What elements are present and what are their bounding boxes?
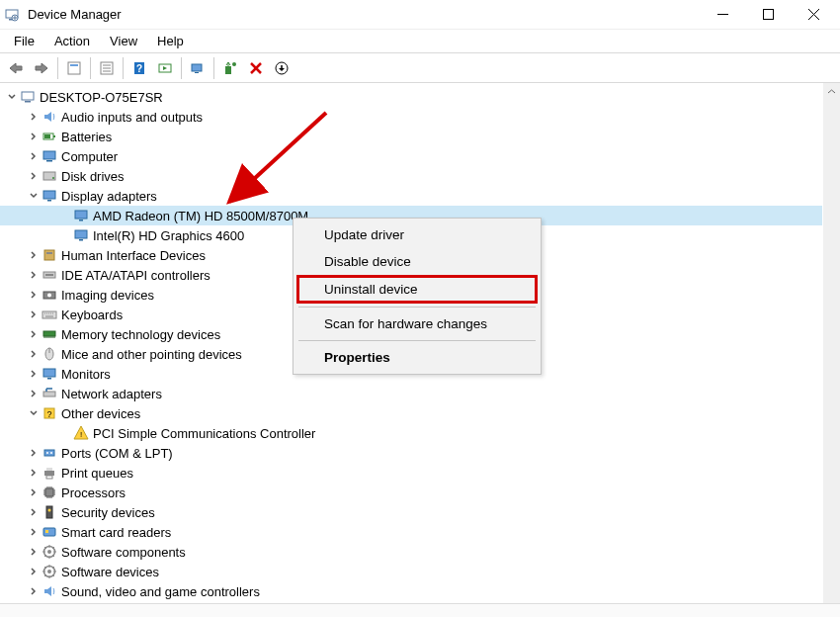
tree-root-label: DESKTOP-O75E7SR — [40, 90, 163, 105]
svg-text:?: ? — [46, 409, 51, 419]
tree-label: Print queues — [61, 466, 133, 481]
monitor-icon — [42, 366, 57, 382]
tree-category[interactable]: Software devices — [0, 562, 822, 581]
menu-view[interactable]: View — [100, 32, 147, 50]
svg-point-46 — [46, 452, 48, 454]
tree-category[interactable]: Computer — [0, 146, 822, 166]
context-separator — [298, 307, 536, 308]
tree-twisty-icon[interactable] — [28, 308, 40, 320]
svg-rect-5 — [70, 64, 78, 66]
imaging-icon — [42, 287, 57, 303]
tree-twisty-icon[interactable] — [28, 328, 40, 340]
tree-twisty-icon[interactable] — [28, 249, 40, 261]
tree-twisty-icon[interactable] — [28, 289, 40, 301]
tree-twisty-icon[interactable] — [28, 131, 40, 142]
port-icon — [42, 445, 57, 461]
tree-label: Human Interface Devices — [61, 248, 206, 263]
context-menu: Update driver Disable device Uninstall d… — [293, 218, 542, 375]
tree-twisty-icon[interactable] — [28, 388, 40, 399]
svg-rect-31 — [46, 252, 52, 254]
tree-device[interactable]: !PCI Simple Communications Controller — [0, 423, 822, 443]
update-driver-button[interactable] — [218, 56, 242, 80]
svg-rect-29 — [79, 239, 83, 241]
tree-twisty-icon[interactable] — [28, 585, 40, 597]
tree-label: Sound, video and game controllers — [61, 584, 260, 599]
context-update-driver[interactable]: Update driver — [296, 221, 538, 248]
svg-rect-41 — [43, 392, 55, 397]
network-icon — [42, 386, 57, 401]
tree-category[interactable]: Disk drives — [0, 166, 822, 186]
tree-twisty-icon[interactable] — [28, 526, 40, 538]
tree-category[interactable]: Processors — [0, 483, 822, 502]
tree-label: Mice and other pointing devices — [61, 347, 242, 362]
printer-icon — [42, 465, 57, 481]
tree-twisty-icon[interactable] — [28, 170, 40, 182]
tree-twisty-icon[interactable] — [28, 546, 40, 558]
tree-category[interactable]: Smart card readers — [0, 522, 822, 542]
tree-twisty-icon[interactable] — [28, 269, 40, 281]
tree-twisty-icon[interactable] — [28, 348, 40, 360]
context-properties[interactable]: Properties — [296, 344, 538, 371]
back-button[interactable] — [4, 56, 28, 80]
svg-rect-52 — [46, 506, 52, 518]
tree-twisty-icon[interactable] — [28, 150, 40, 162]
svg-point-23 — [52, 177, 54, 179]
help-button[interactable]: ? — [127, 56, 151, 80]
tree-category[interactable]: Display adapters — [0, 186, 822, 206]
tree-category[interactable]: Ports (COM & LPT) — [0, 443, 822, 463]
tree-category[interactable]: Batteries — [0, 127, 822, 146]
cpu-icon — [42, 485, 57, 500]
toolbar-separator — [57, 57, 58, 79]
context-disable-device[interactable]: Disable device — [296, 248, 538, 275]
svg-rect-4 — [68, 62, 80, 74]
svg-rect-20 — [43, 151, 55, 159]
tree-category[interactable]: ?Other devices — [0, 403, 822, 423]
uninstall-button[interactable] — [244, 56, 268, 80]
window-controls — [700, 0, 836, 30]
tree-category[interactable]: Security devices — [0, 502, 822, 522]
context-scan-hardware[interactable]: Scan for hardware changes — [296, 310, 538, 337]
tree-twisty-icon[interactable] — [28, 506, 40, 518]
tree-twisty-icon[interactable] — [28, 111, 40, 123]
properties-button[interactable] — [95, 56, 119, 80]
tree-twisty-icon[interactable] — [28, 566, 40, 577]
tree-twisty-icon[interactable] — [28, 467, 40, 479]
vertical-scrollbar[interactable] — [823, 83, 840, 603]
forward-button[interactable] — [30, 56, 53, 80]
tree-root[interactable]: DESKTOP-O75E7SR — [0, 87, 822, 107]
tree-label: Disk drives — [61, 169, 125, 184]
audio-icon — [42, 109, 57, 125]
tree-twisty-icon[interactable] — [28, 486, 40, 498]
menu-help[interactable]: Help — [147, 32, 194, 50]
scan-hardware-button[interactable] — [186, 56, 210, 80]
svg-point-35 — [47, 294, 51, 298]
tree-twisty-icon[interactable] — [28, 368, 40, 380]
tree-category[interactable]: Software components — [0, 542, 822, 562]
unknown-child-icon: ! — [73, 425, 89, 441]
tree-category[interactable]: Audio inputs and outputs — [0, 107, 822, 127]
maximize-button[interactable] — [745, 0, 791, 30]
svg-rect-33 — [45, 274, 53, 276]
scroll-up-icon[interactable] — [823, 83, 840, 100]
tree-twisty-icon[interactable] — [28, 407, 40, 419]
show-hidden-button[interactable] — [62, 56, 86, 80]
minimize-button[interactable] — [700, 0, 745, 30]
tree-category[interactable]: Print queues — [0, 463, 822, 483]
menu-action[interactable]: Action — [44, 32, 100, 50]
context-uninstall-device[interactable]: Uninstall device — [296, 275, 538, 304]
hid-icon — [42, 247, 57, 263]
security-icon — [42, 504, 57, 520]
tree-label: Monitors — [61, 367, 111, 382]
tree-twisty-icon[interactable] — [28, 447, 40, 459]
action-button[interactable] — [153, 56, 177, 80]
tree-label: Display adapters — [61, 189, 157, 204]
menu-file[interactable]: File — [4, 32, 44, 50]
sound-icon — [42, 583, 57, 599]
tree-twisty-icon[interactable] — [28, 190, 40, 202]
tree-category[interactable]: Network adapters — [0, 384, 822, 403]
disable-button[interactable] — [270, 56, 294, 80]
close-button[interactable] — [791, 0, 836, 30]
tree-category[interactable]: Sound, video and game controllers — [0, 581, 822, 601]
toolbar-separator — [213, 57, 214, 79]
tree-twisty-icon[interactable] — [6, 91, 18, 103]
